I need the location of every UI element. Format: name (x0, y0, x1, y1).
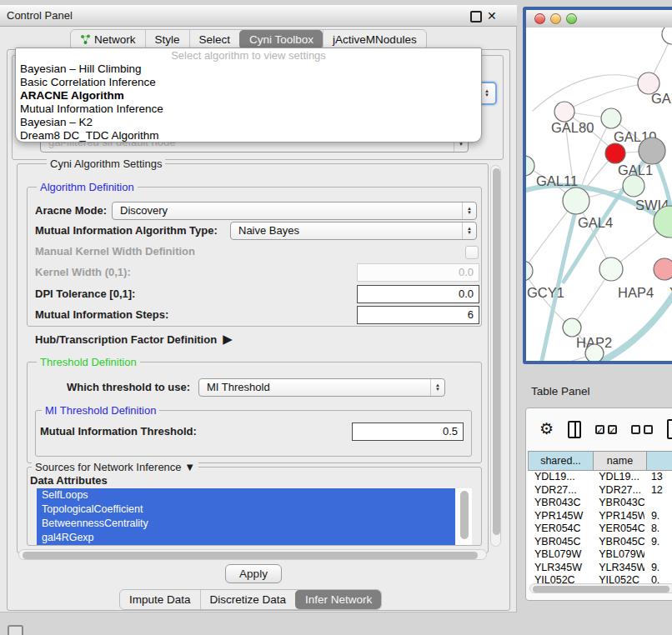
table-hscrollbar-track[interactable] (529, 583, 672, 593)
kernel-width-field[interactable]: 0.0 (357, 263, 479, 282)
tab-infer-network[interactable]: Infer Network (295, 590, 381, 609)
table-row[interactable]: YBR045CYBR045C9. (528, 536, 672, 549)
which-threshold-label: Which threshold to use: (67, 378, 190, 397)
column-header[interactable] (647, 451, 672, 471)
aracne-mode-combo[interactable]: Discovery ▲▼ (112, 202, 477, 220)
table-cell: YDL19... (592, 471, 644, 484)
attribute-list-item[interactable]: SelfLoops (37, 488, 455, 502)
network-node-hap4[interactable] (599, 258, 623, 281)
algorithm-option[interactable]: Bayesian – Hill Climbing (16, 62, 481, 76)
table-cell: 9. (644, 510, 672, 523)
aracne-mode-value: Discovery (113, 202, 168, 219)
table-row[interactable]: YDL19...YDL19...13 (528, 471, 672, 484)
node-label: HAP4 (618, 285, 654, 300)
tab-jactivemnodules[interactable]: jActiveMNodules (323, 30, 426, 49)
control-panel-titlebar[interactable] (0, 5, 517, 27)
tab-discretize-data[interactable]: Discretize Data (200, 590, 296, 609)
network-node-gcy1[interactable] (526, 261, 533, 281)
tab-label: Select (199, 31, 231, 49)
attributes-scrollbar[interactable] (460, 491, 469, 539)
combo-arrows-icon: ▲▼ (430, 379, 444, 396)
mi-threshold-field[interactable]: 0.5 (352, 422, 464, 441)
tab-style[interactable]: Style (145, 30, 189, 49)
tab-label: Network (94, 31, 136, 49)
network-node-swi4[interactable] (623, 175, 644, 197)
network-edge (526, 353, 594, 364)
network-node[interactable] (639, 138, 665, 164)
network-canvas[interactable]: GALGAL80GAL10GAL1SWI4GAL11GAL4GCY1HAP4YH… (526, 28, 672, 361)
close-icon[interactable]: ✕ (487, 8, 497, 24)
tab-cyni-toolbox[interactable]: Cyni Toolbox (239, 30, 323, 49)
table-header-row: shared...name (528, 451, 672, 471)
dropdown-prompt: Select algorithm to view settings (16, 48, 481, 62)
network-node-gal80[interactable] (554, 102, 574, 122)
attribute-list-item[interactable]: TopologicalCoefficient (37, 502, 455, 517)
tab-select[interactable]: Select (189, 30, 240, 49)
network-node[interactable] (662, 28, 672, 44)
network-node-hap2[interactable] (563, 318, 581, 337)
mi-steps-label: Mutual Information Steps: (35, 306, 168, 324)
table-row[interactable]: YDR27...YDR27...12 (528, 484, 672, 498)
attribute-list-item[interactable]: gal4RGexp (37, 531, 455, 545)
algorithm-option[interactable]: Dream8 DC_TDC Algorithm (16, 129, 481, 142)
algorithm-option[interactable]: Basic Correlation Inference (16, 76, 481, 89)
network-window-titlebar[interactable] (526, 10, 672, 28)
network-view-window[interactable]: GALGAL80GAL10GAL1SWI4GAL11GAL4GCY1HAP4YH… (523, 7, 672, 364)
settings-hscrollbar-thumb[interactable] (23, 552, 478, 559)
dpi-tolerance-field[interactable]: 0.0 (357, 285, 479, 303)
mi-type-combo[interactable]: Naive Bayes ▲▼ (230, 222, 477, 240)
threshold-definition-legend: Threshold Definition (37, 356, 140, 368)
zoom-traffic-light-icon[interactable] (566, 13, 577, 24)
close-traffic-light-icon[interactable] (534, 13, 545, 24)
columns-icon[interactable] (568, 421, 580, 438)
minimized-window-icon[interactable] (8, 625, 23, 635)
sources-legend[interactable]: Sources for Network Inference ▼ (32, 461, 198, 473)
network-node-gal10[interactable] (601, 108, 621, 128)
clear-all-checks-icon[interactable] (631, 425, 653, 434)
settings-vscrollbar-thumb[interactable] (493, 168, 500, 535)
tab-impute-data[interactable]: Impute Data (120, 590, 200, 609)
column-header[interactable]: name (594, 451, 647, 471)
attribute-list-item[interactable]: BetweennessCentrality (37, 517, 455, 531)
app: Control Panel ✕ NetworkStyleSelectCyni T… (0, 0, 672, 635)
tab-network[interactable]: Network (71, 30, 145, 49)
dpi-tolerance-label: DPI Tolerance [0,1]: (35, 285, 135, 303)
table-row[interactable]: YLR345WYLR345W9. (528, 562, 672, 575)
table-panel-window: ⚙ ✓✓ shared...name YDL19...YDL19...13YDR… (525, 408, 672, 601)
table-hscrollbar-thumb[interactable] (533, 586, 669, 592)
network-node-gal4[interactable] (563, 188, 589, 214)
apply-button[interactable]: Apply (225, 564, 282, 583)
tab-label: Cyni Toolbox (249, 31, 313, 49)
file-icon[interactable] (667, 419, 672, 439)
minimize-traffic-light-icon[interactable] (550, 13, 561, 24)
float-window-icon[interactable] (470, 11, 482, 22)
manual-kernel-checkbox[interactable] (465, 246, 479, 259)
network-node[interactable] (585, 344, 604, 362)
table-row[interactable]: YER054CYER054C8. (528, 522, 672, 536)
network-edge (541, 202, 578, 364)
select-all-checks-icon[interactable]: ✓✓ (595, 425, 617, 434)
network-edge (533, 75, 649, 111)
algorithm-option[interactable]: Bayesian – K2 (16, 116, 481, 129)
algorithm-option[interactable]: ARACNE Algorithm (16, 89, 481, 102)
table-cell: YPR145W (592, 510, 644, 523)
mi-steps-field[interactable]: 6 (357, 306, 479, 324)
node-label: GAL11 (536, 173, 578, 188)
table-row[interactable]: YPR145WYPR145W9. (528, 510, 672, 523)
network-node-gal11[interactable] (526, 156, 534, 176)
network-node-y[interactable] (654, 258, 672, 280)
table-cell: 9. (644, 562, 672, 575)
table-cell: YER054C (528, 522, 592, 536)
table-cell: YPR145W (528, 510, 592, 523)
network-node-gal1[interactable] (605, 143, 625, 163)
table-row[interactable]: YBR043CYBR043C (528, 497, 672, 510)
gear-icon[interactable]: ⚙ (539, 420, 554, 438)
hub-definition-toggle[interactable]: Hub/Transcription Factor Definition ▶ (35, 330, 233, 348)
settings-vscrollbar-track[interactable] (490, 165, 501, 547)
settings-hscrollbar-track[interactable] (18, 549, 487, 560)
table-row[interactable]: YBL079WYBL079W (528, 548, 672, 562)
algorithm-option[interactable]: Mutual Information Inference (16, 102, 481, 116)
combo-down-icon: ▼ (484, 93, 489, 98)
column-header[interactable]: shared... (528, 451, 594, 471)
which-threshold-combo[interactable]: MI Threshold ▲▼ (198, 378, 445, 397)
